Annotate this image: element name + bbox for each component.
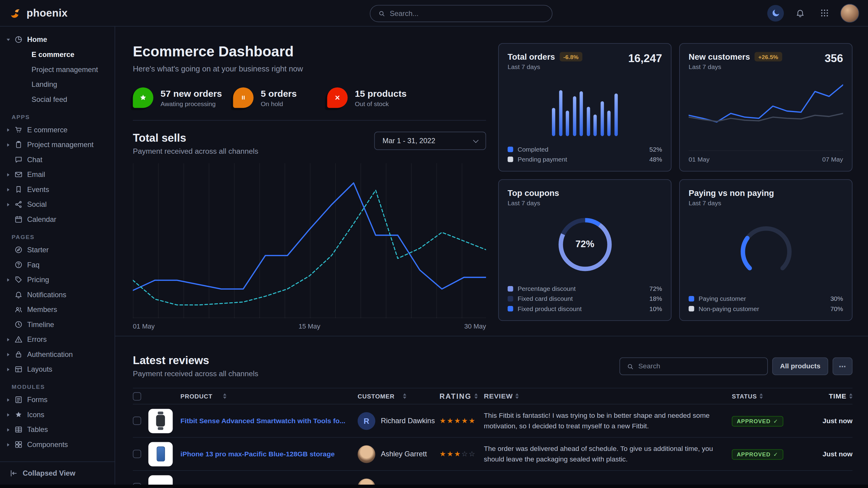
- sidebar-item-forms[interactable]: Forms: [0, 392, 115, 407]
- brand[interactable]: phoenix: [9, 6, 67, 20]
- order-stats-row: 57 new ordersAwating processing5 ordersO…: [133, 88, 486, 121]
- clock-icon: [14, 320, 23, 329]
- caret-right-icon: [7, 413, 9, 416]
- collapse-view-toggle[interactable]: Collapsed View: [0, 461, 115, 485]
- sidebar-item-members[interactable]: Members: [0, 302, 115, 317]
- all-products-button[interactable]: All products: [772, 357, 828, 375]
- total-sells-subtitle: Payment received across all channels: [133, 147, 258, 156]
- star-icon: [14, 411, 23, 419]
- bottom-edge: [0, 485, 868, 488]
- sort-icon: [760, 393, 763, 399]
- column-header-time[interactable]: TIME: [804, 392, 852, 400]
- sidebar-section-pages: PAGES: [0, 234, 115, 240]
- reviews-search-input[interactable]: [638, 362, 761, 370]
- global-search[interactable]: [370, 5, 553, 22]
- legend-swatch: [507, 157, 513, 162]
- sidebar-item-layouts[interactable]: Layouts: [0, 362, 115, 377]
- app-launcher-button[interactable]: [816, 5, 832, 22]
- column-header-review[interactable]: REVIEW: [484, 391, 732, 401]
- column-header-customer[interactable]: CUSTOMER: [358, 393, 440, 399]
- row-checkbox[interactable]: [133, 450, 142, 458]
- sidebar-subitem-landing[interactable]: Landing: [0, 77, 115, 92]
- sidebar-item-components[interactable]: Components: [0, 437, 115, 452]
- product-link[interactable]: iPhone 13 pro max-Pacific Blue-128GB sto…: [180, 450, 335, 458]
- search-icon: [378, 10, 385, 17]
- legend-value: 72%: [649, 286, 662, 292]
- sidebar-item-e-commerce[interactable]: E commerce: [0, 122, 115, 137]
- legend-item: Paying customer30%: [688, 295, 843, 302]
- notifications-button[interactable]: [792, 5, 808, 22]
- sidebar-item-calendar[interactable]: Calendar: [0, 212, 115, 227]
- column-header-rating[interactable]: RATING: [439, 392, 484, 400]
- stat-value: 57 new orders: [160, 88, 222, 99]
- sidebar-item-tables[interactable]: Tables: [0, 422, 115, 437]
- sidebar-item-label: Project management: [27, 140, 93, 149]
- sidebar-item-timeline[interactable]: Timeline: [0, 317, 115, 332]
- user-avatar[interactable]: [840, 4, 859, 22]
- dashboard-upper: Ecommerce Dashboard Here's what's going …: [115, 27, 868, 336]
- global-search-input[interactable]: [390, 9, 544, 18]
- sidebar-item-label: E commerce: [27, 126, 67, 134]
- sidebar-item-home[interactable]: Home: [0, 32, 115, 47]
- x-tick: 15 May: [299, 323, 320, 330]
- legend-item: Completed52%: [507, 146, 662, 153]
- sidebar-item-pricing[interactable]: Pricing: [0, 272, 115, 287]
- gauge-arc: [732, 220, 801, 278]
- column-header-product[interactable]: PRODUCT: [148, 393, 358, 399]
- sidebar-item-icons[interactable]: Icons: [0, 407, 115, 422]
- stat-item: 57 new ordersAwating processing: [133, 88, 222, 108]
- column-header-label: REVIEW: [484, 391, 513, 401]
- product-link[interactable]: Fitbit Sense Advanced Smartwatch with To…: [180, 417, 345, 425]
- legend-swatch: [507, 306, 513, 312]
- layout-icon: [14, 365, 23, 373]
- sidebar-subitem-social-feed[interactable]: Social feed: [0, 92, 115, 107]
- clipboard-icon: [14, 140, 23, 149]
- caret-spacer: [7, 248, 9, 251]
- sidebar-item-project-management[interactable]: Project management: [0, 137, 115, 152]
- select-all-checkbox[interactable]: [133, 392, 142, 400]
- sidebar-item-social[interactable]: Social: [0, 197, 115, 212]
- lock-icon: [14, 350, 23, 359]
- paying-vs-nonpaying-card: Paying vs non paying Last 7 days Paying …: [679, 180, 852, 321]
- calendar-icon: [14, 215, 23, 224]
- moon-icon: [771, 8, 780, 18]
- sidebar-subitem-e-commerce[interactable]: E commerce: [0, 47, 115, 62]
- sidebar-item-starter[interactable]: Starter: [0, 242, 115, 257]
- sidebar-item-authentication[interactable]: Authentication: [0, 347, 115, 362]
- mail-icon: [14, 170, 23, 179]
- pause-icon: [239, 93, 248, 102]
- card-period: Last 7 days: [507, 64, 582, 70]
- table-body: Fitbit Sense Advanced Smartwatch with To…: [133, 404, 852, 488]
- sidebar-item-email[interactable]: Email: [0, 167, 115, 182]
- search-icon: [627, 363, 634, 370]
- customer-avatar: [358, 445, 375, 463]
- theme-toggle-button[interactable]: [767, 5, 784, 22]
- sidebar-item-faq[interactable]: Faq: [0, 257, 115, 272]
- sidebar-item-chat[interactable]: Chat: [0, 152, 115, 167]
- row-checkbox[interactable]: [133, 417, 142, 425]
- caret-right-icon: [7, 128, 9, 131]
- sidebar-item-label: Chat: [27, 156, 42, 164]
- x-tick: 01 May: [688, 156, 709, 163]
- legend-swatch: [507, 147, 513, 152]
- sidebar-item-label: Starter: [27, 246, 49, 254]
- reviews-table: PRODUCTCUSTOMERRATINGREVIEWSTATUSTIME Fi…: [133, 388, 852, 488]
- star-filled-icon: ★: [469, 417, 476, 425]
- column-header-status[interactable]: STATUS: [732, 393, 804, 399]
- sidebar-subitem-project-management[interactable]: Project management: [0, 62, 115, 77]
- sidebar-section-modules: MODULES: [0, 383, 115, 390]
- reviews-search[interactable]: [619, 357, 768, 375]
- legend-value: 10%: [649, 305, 662, 312]
- sidebar-item-errors[interactable]: Errors: [0, 332, 115, 347]
- column-header-label: PRODUCT: [180, 393, 212, 399]
- caret-down-icon: [7, 39, 10, 41]
- date-range-select[interactable]: Mar 1 - 31, 2022: [374, 132, 486, 150]
- sidebar-item-events[interactable]: Events: [0, 182, 115, 197]
- more-options-button[interactable]: ⋯: [833, 357, 852, 375]
- customer-name: Richard Dawkins: [381, 417, 435, 425]
- sidebar-item-notifications[interactable]: Notifications: [0, 287, 115, 302]
- total-sells-x-axis: 01 May 15 May 30 May: [133, 318, 486, 336]
- legend-label: Pending payment: [518, 156, 567, 163]
- stat-caption: On hold: [260, 100, 297, 107]
- chevron-down-icon: [473, 137, 478, 142]
